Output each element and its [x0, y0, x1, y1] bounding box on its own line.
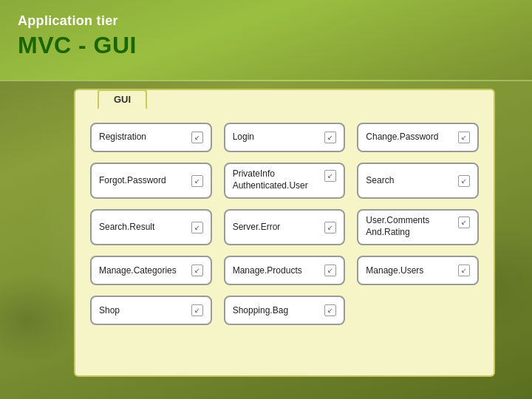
search-result-icon: ↙ — [191, 222, 203, 233]
forgot-password-icon: ↙ — [191, 175, 203, 187]
node-user-comments[interactable]: User.Comments And.Rating ↙ — [357, 209, 479, 245]
login-icon: ↙ — [324, 132, 336, 143]
header-title: MVC - GUI — [18, 32, 514, 59]
manage-users-icon: ↙ — [458, 265, 470, 276]
node-manage-categories[interactable]: Manage.Categories ↙ — [90, 256, 212, 285]
user-comments-icon: ↙ — [458, 216, 470, 228]
node-forgot-password[interactable]: Forgot.Password ↙ — [90, 163, 212, 199]
node-shopping-bag[interactable]: Shopping.Bag ↙ — [224, 296, 346, 325]
gui-tab-label: GUI — [98, 89, 147, 109]
node-server-error[interactable]: Server.Error ↙ — [224, 209, 346, 245]
node-login[interactable]: Login ↙ — [224, 123, 346, 152]
manage-products-icon: ↙ — [324, 265, 336, 276]
node-registration[interactable]: Registration ↙ — [90, 123, 212, 152]
node-change-password[interactable]: Change.Password ↙ — [357, 123, 479, 152]
search-icon: ↙ — [458, 175, 470, 187]
diagram-panel: GUI Registration ↙ Login ↙ Change.Passwo… — [74, 89, 495, 377]
manage-categories-icon: ↙ — [191, 265, 203, 276]
shopping-bag-icon: ↙ — [324, 304, 336, 316]
node-shop[interactable]: Shop ↙ — [90, 296, 212, 325]
registration-icon: ↙ — [191, 132, 203, 143]
private-info-icon: ↙ — [324, 170, 336, 182]
node-grid: Registration ↙ Login ↙ Change.Password ↙… — [90, 123, 479, 325]
node-search[interactable]: Search ↙ — [357, 163, 479, 199]
server-error-icon: ↙ — [324, 222, 336, 233]
header: Application tier MVC - GUI — [0, 0, 532, 81]
node-manage-users[interactable]: Manage.Users ↙ — [357, 256, 479, 285]
node-private-info[interactable]: PrivateInfo Authenticated.User ↙ — [224, 163, 346, 199]
header-subtitle: Application tier — [18, 13, 514, 29]
change-password-icon: ↙ — [458, 132, 470, 143]
node-search-result[interactable]: Search.Result ↙ — [90, 209, 212, 245]
shop-icon: ↙ — [191, 304, 203, 316]
node-manage-products[interactable]: Manage.Products ↙ — [224, 256, 346, 285]
